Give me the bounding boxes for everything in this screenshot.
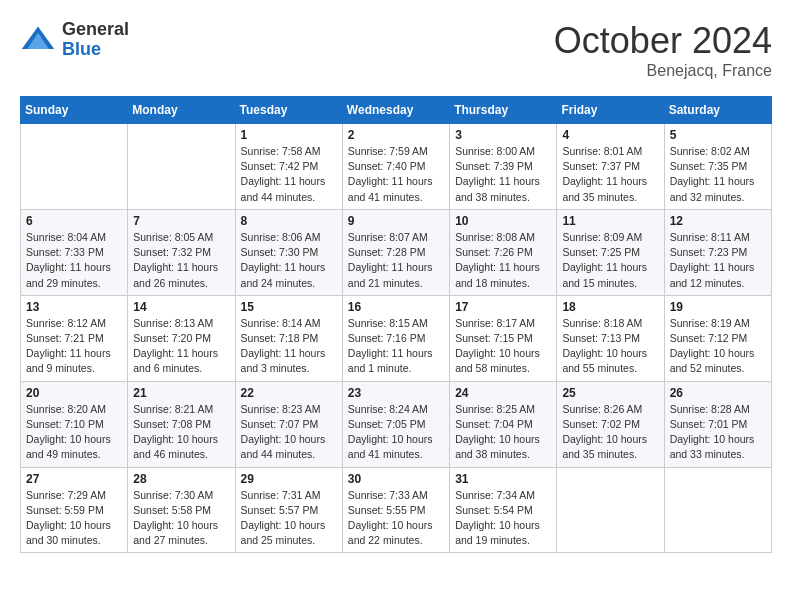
weekday-header: Tuesday bbox=[235, 97, 342, 124]
calendar-day-cell: 1Sunrise: 7:58 AMSunset: 7:42 PMDaylight… bbox=[235, 124, 342, 210]
weekday-header: Wednesday bbox=[342, 97, 449, 124]
day-info: Sunrise: 8:19 AMSunset: 7:12 PMDaylight:… bbox=[670, 316, 766, 377]
calendar-table: SundayMondayTuesdayWednesdayThursdayFrid… bbox=[20, 96, 772, 553]
day-number: 25 bbox=[562, 386, 658, 400]
day-info: Sunrise: 8:07 AMSunset: 7:28 PMDaylight:… bbox=[348, 230, 444, 291]
day-number: 2 bbox=[348, 128, 444, 142]
day-info: Sunrise: 8:02 AMSunset: 7:35 PMDaylight:… bbox=[670, 144, 766, 205]
title-section: October 2024 Benejacq, France bbox=[554, 20, 772, 80]
day-number: 9 bbox=[348, 214, 444, 228]
logo-icon bbox=[20, 22, 56, 58]
weekday-header: Monday bbox=[128, 97, 235, 124]
calendar-day-cell: 24Sunrise: 8:25 AMSunset: 7:04 PMDayligh… bbox=[450, 381, 557, 467]
logo: General Blue bbox=[20, 20, 129, 60]
day-number: 21 bbox=[133, 386, 229, 400]
day-info: Sunrise: 7:58 AMSunset: 7:42 PMDaylight:… bbox=[241, 144, 337, 205]
logo-general: General bbox=[62, 20, 129, 40]
calendar-day-cell: 21Sunrise: 8:21 AMSunset: 7:08 PMDayligh… bbox=[128, 381, 235, 467]
calendar-week-row: 6Sunrise: 8:04 AMSunset: 7:33 PMDaylight… bbox=[21, 209, 772, 295]
logo-text: General Blue bbox=[62, 20, 129, 60]
calendar-day-cell: 22Sunrise: 8:23 AMSunset: 7:07 PMDayligh… bbox=[235, 381, 342, 467]
calendar-day-cell: 3Sunrise: 8:00 AMSunset: 7:39 PMDaylight… bbox=[450, 124, 557, 210]
day-number: 4 bbox=[562, 128, 658, 142]
weekday-header: Friday bbox=[557, 97, 664, 124]
calendar-day-cell: 25Sunrise: 8:26 AMSunset: 7:02 PMDayligh… bbox=[557, 381, 664, 467]
calendar-day-cell: 9Sunrise: 8:07 AMSunset: 7:28 PMDaylight… bbox=[342, 209, 449, 295]
calendar-day-cell bbox=[21, 124, 128, 210]
day-info: Sunrise: 8:23 AMSunset: 7:07 PMDaylight:… bbox=[241, 402, 337, 463]
calendar-day-cell: 17Sunrise: 8:17 AMSunset: 7:15 PMDayligh… bbox=[450, 295, 557, 381]
day-info: Sunrise: 7:33 AMSunset: 5:55 PMDaylight:… bbox=[348, 488, 444, 549]
calendar-day-cell: 4Sunrise: 8:01 AMSunset: 7:37 PMDaylight… bbox=[557, 124, 664, 210]
day-number: 10 bbox=[455, 214, 551, 228]
day-info: Sunrise: 8:26 AMSunset: 7:02 PMDaylight:… bbox=[562, 402, 658, 463]
day-info: Sunrise: 8:17 AMSunset: 7:15 PMDaylight:… bbox=[455, 316, 551, 377]
day-info: Sunrise: 7:31 AMSunset: 5:57 PMDaylight:… bbox=[241, 488, 337, 549]
month-title: October 2024 bbox=[554, 20, 772, 62]
calendar-day-cell: 16Sunrise: 8:15 AMSunset: 7:16 PMDayligh… bbox=[342, 295, 449, 381]
day-number: 28 bbox=[133, 472, 229, 486]
weekday-header: Sunday bbox=[21, 97, 128, 124]
calendar-day-cell: 5Sunrise: 8:02 AMSunset: 7:35 PMDaylight… bbox=[664, 124, 771, 210]
day-number: 13 bbox=[26, 300, 122, 314]
day-number: 16 bbox=[348, 300, 444, 314]
calendar-week-row: 20Sunrise: 8:20 AMSunset: 7:10 PMDayligh… bbox=[21, 381, 772, 467]
calendar-day-cell: 26Sunrise: 8:28 AMSunset: 7:01 PMDayligh… bbox=[664, 381, 771, 467]
day-number: 7 bbox=[133, 214, 229, 228]
day-info: Sunrise: 8:20 AMSunset: 7:10 PMDaylight:… bbox=[26, 402, 122, 463]
day-info: Sunrise: 8:14 AMSunset: 7:18 PMDaylight:… bbox=[241, 316, 337, 377]
calendar-day-cell: 28Sunrise: 7:30 AMSunset: 5:58 PMDayligh… bbox=[128, 467, 235, 553]
calendar-day-cell bbox=[664, 467, 771, 553]
calendar-day-cell: 18Sunrise: 8:18 AMSunset: 7:13 PMDayligh… bbox=[557, 295, 664, 381]
day-info: Sunrise: 8:25 AMSunset: 7:04 PMDaylight:… bbox=[455, 402, 551, 463]
day-number: 26 bbox=[670, 386, 766, 400]
calendar-day-cell: 31Sunrise: 7:34 AMSunset: 5:54 PMDayligh… bbox=[450, 467, 557, 553]
page-header: General Blue October 2024 Benejacq, Fran… bbox=[20, 20, 772, 80]
calendar-day-cell: 11Sunrise: 8:09 AMSunset: 7:25 PMDayligh… bbox=[557, 209, 664, 295]
calendar-day-cell: 6Sunrise: 8:04 AMSunset: 7:33 PMDaylight… bbox=[21, 209, 128, 295]
day-number: 30 bbox=[348, 472, 444, 486]
day-number: 17 bbox=[455, 300, 551, 314]
calendar-week-row: 1Sunrise: 7:58 AMSunset: 7:42 PMDaylight… bbox=[21, 124, 772, 210]
day-info: Sunrise: 8:12 AMSunset: 7:21 PMDaylight:… bbox=[26, 316, 122, 377]
calendar-day-cell: 7Sunrise: 8:05 AMSunset: 7:32 PMDaylight… bbox=[128, 209, 235, 295]
calendar-day-cell bbox=[128, 124, 235, 210]
calendar-day-cell: 30Sunrise: 7:33 AMSunset: 5:55 PMDayligh… bbox=[342, 467, 449, 553]
calendar-day-cell: 19Sunrise: 8:19 AMSunset: 7:12 PMDayligh… bbox=[664, 295, 771, 381]
calendar-day-cell: 20Sunrise: 8:20 AMSunset: 7:10 PMDayligh… bbox=[21, 381, 128, 467]
calendar-day-cell: 13Sunrise: 8:12 AMSunset: 7:21 PMDayligh… bbox=[21, 295, 128, 381]
day-number: 27 bbox=[26, 472, 122, 486]
weekday-header: Thursday bbox=[450, 97, 557, 124]
day-number: 6 bbox=[26, 214, 122, 228]
calendar-day-cell: 8Sunrise: 8:06 AMSunset: 7:30 PMDaylight… bbox=[235, 209, 342, 295]
day-number: 1 bbox=[241, 128, 337, 142]
day-number: 15 bbox=[241, 300, 337, 314]
day-info: Sunrise: 8:15 AMSunset: 7:16 PMDaylight:… bbox=[348, 316, 444, 377]
day-number: 22 bbox=[241, 386, 337, 400]
calendar-header-row: SundayMondayTuesdayWednesdayThursdayFrid… bbox=[21, 97, 772, 124]
calendar-day-cell bbox=[557, 467, 664, 553]
calendar-day-cell: 23Sunrise: 8:24 AMSunset: 7:05 PMDayligh… bbox=[342, 381, 449, 467]
day-number: 20 bbox=[26, 386, 122, 400]
calendar-day-cell: 27Sunrise: 7:29 AMSunset: 5:59 PMDayligh… bbox=[21, 467, 128, 553]
day-number: 19 bbox=[670, 300, 766, 314]
day-info: Sunrise: 8:09 AMSunset: 7:25 PMDaylight:… bbox=[562, 230, 658, 291]
calendar-day-cell: 15Sunrise: 8:14 AMSunset: 7:18 PMDayligh… bbox=[235, 295, 342, 381]
day-info: Sunrise: 7:29 AMSunset: 5:59 PMDaylight:… bbox=[26, 488, 122, 549]
location-subtitle: Benejacq, France bbox=[554, 62, 772, 80]
day-info: Sunrise: 8:11 AMSunset: 7:23 PMDaylight:… bbox=[670, 230, 766, 291]
weekday-header: Saturday bbox=[664, 97, 771, 124]
day-number: 18 bbox=[562, 300, 658, 314]
calendar-day-cell: 14Sunrise: 8:13 AMSunset: 7:20 PMDayligh… bbox=[128, 295, 235, 381]
day-number: 31 bbox=[455, 472, 551, 486]
calendar-week-row: 13Sunrise: 8:12 AMSunset: 7:21 PMDayligh… bbox=[21, 295, 772, 381]
day-info: Sunrise: 8:24 AMSunset: 7:05 PMDaylight:… bbox=[348, 402, 444, 463]
day-number: 29 bbox=[241, 472, 337, 486]
day-info: Sunrise: 8:00 AMSunset: 7:39 PMDaylight:… bbox=[455, 144, 551, 205]
day-number: 23 bbox=[348, 386, 444, 400]
day-info: Sunrise: 7:59 AMSunset: 7:40 PMDaylight:… bbox=[348, 144, 444, 205]
day-number: 24 bbox=[455, 386, 551, 400]
day-info: Sunrise: 8:01 AMSunset: 7:37 PMDaylight:… bbox=[562, 144, 658, 205]
day-info: Sunrise: 8:13 AMSunset: 7:20 PMDaylight:… bbox=[133, 316, 229, 377]
logo-blue: Blue bbox=[62, 40, 129, 60]
